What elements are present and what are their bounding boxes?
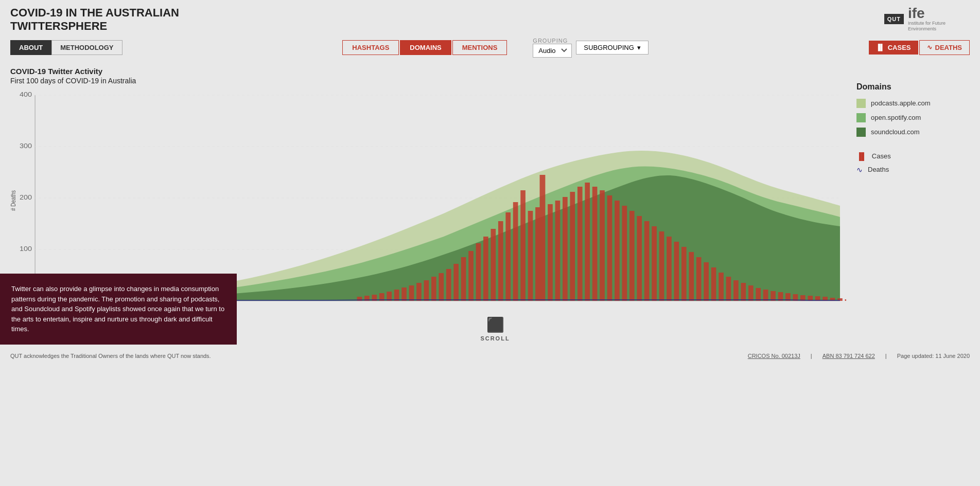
subgrouping-button[interactable]: SUBGROUPING ▾	[576, 41, 649, 55]
svg-rect-60	[704, 262, 709, 301]
svg-rect-44	[585, 183, 590, 301]
svg-rect-61	[711, 267, 716, 301]
title-line2: TWITTERSPHERE	[10, 20, 179, 33]
footer: QUT acknowledges the Traditional Owners …	[0, 350, 980, 362]
svg-rect-49	[622, 206, 627, 301]
mentions-button[interactable]: MENTIONS	[452, 40, 507, 55]
legend-item-3: soundcloud.com	[856, 128, 970, 137]
svg-rect-29	[476, 243, 481, 301]
svg-text:100: 100	[20, 245, 32, 253]
svg-rect-45	[592, 187, 598, 301]
svg-rect-54	[659, 231, 664, 301]
logo-ife: ife	[908, 6, 925, 21]
footer-abn[interactable]: ABN 83 791 724 622	[822, 353, 875, 359]
footer-acknowledgement: QUT acknowledges the Traditional Owners …	[10, 353, 211, 359]
domains-button[interactable]: DOMAINS	[400, 40, 451, 55]
bar-chart-icon: ▐▌	[876, 44, 885, 51]
svg-rect-41	[563, 197, 568, 301]
chevron-down-icon: ▾	[637, 44, 641, 51]
svg-rect-56	[674, 242, 679, 301]
logo: QUT ife Institute for Future Environment…	[884, 6, 970, 32]
svg-text:200: 200	[20, 194, 32, 201]
cases-button[interactable]: ▐▌ CASES	[869, 41, 918, 55]
legend-cases: ▐▌ Cases	[856, 152, 970, 160]
svg-rect-20	[409, 285, 414, 301]
svg-rect-28	[468, 251, 474, 301]
navbar: ABOUT METHODOLOGY HASHTAGS DOMAINS MENTI…	[0, 33, 980, 62]
svg-rect-63	[726, 277, 731, 301]
site-title: COVID-19 IN THE AUSTRALIAN TWITTERSPHERE	[10, 6, 179, 33]
legend-deaths: ∿ Deaths	[856, 166, 970, 174]
svg-text:400: 400	[20, 91, 32, 98]
svg-rect-33	[505, 212, 511, 301]
svg-rect-31	[491, 229, 496, 301]
svg-rect-79	[845, 299, 846, 301]
filter-buttons: HASHTAGS DOMAINS MENTIONS	[342, 40, 507, 55]
svg-rect-66	[748, 285, 754, 301]
svg-text:# Deaths: # Deaths	[10, 190, 16, 210]
legend-item-1: podcasts.apple.com	[856, 99, 970, 108]
svg-rect-42	[570, 192, 575, 301]
svg-rect-65	[741, 283, 746, 301]
svg-rect-32	[498, 221, 503, 301]
info-box: Twitter can also provide a glimpse into …	[0, 274, 237, 345]
scroll-mouse-icon: ⬛	[486, 316, 504, 333]
svg-rect-27	[461, 257, 466, 301]
svg-rect-58	[689, 252, 694, 301]
svg-rect-62	[719, 273, 724, 301]
footer-updated: Page updated: 11 June 2020	[897, 353, 970, 359]
legend-item-2: open.spotify.com	[856, 113, 970, 122]
svg-rect-51	[637, 216, 642, 301]
svg-text:300: 300	[20, 142, 32, 150]
svg-rect-55	[667, 237, 672, 301]
svg-rect-23	[431, 277, 436, 301]
svg-rect-21	[416, 283, 422, 301]
svg-rect-36	[528, 211, 533, 301]
chart-title: COVID-19 Twitter Activity	[10, 67, 846, 76]
svg-rect-24	[439, 273, 444, 301]
footer-links: CRICOS No. 00213J | ABN 83 791 724 622 |…	[748, 353, 970, 359]
grouping-section: GROUPING Audio SUBGROUPING ▾	[533, 38, 649, 58]
svg-rect-48	[615, 201, 620, 301]
svg-rect-68	[763, 290, 768, 301]
nav-left: ABOUT METHODOLOGY	[10, 40, 122, 55]
subgrouping-label: SUBGROUPING	[584, 44, 634, 51]
legend-title: Domains	[856, 82, 970, 92]
title-line1: COVID-19 IN THE AUSTRALIAN	[10, 6, 179, 20]
bottom-section: Twitter can also provide a glimpse into …	[0, 311, 980, 345]
scroll-label: SCROLL	[480, 335, 510, 341]
line-chart-icon: ∿	[927, 44, 932, 51]
about-button[interactable]: ABOUT	[10, 40, 51, 55]
svg-rect-69	[771, 291, 776, 301]
svg-rect-53	[652, 226, 657, 301]
svg-rect-22	[424, 280, 429, 301]
legend-color-1	[856, 99, 866, 108]
header: COVID-19 IN THE AUSTRALIAN TWITTERSPHERE…	[0, 0, 980, 33]
svg-rect-57	[681, 247, 687, 301]
svg-rect-25	[446, 269, 451, 301]
svg-rect-67	[756, 288, 761, 301]
svg-rect-19	[401, 287, 407, 301]
hashtags-button[interactable]: HASHTAGS	[342, 40, 399, 55]
legend-color-2	[856, 113, 866, 122]
footer-cricos[interactable]: CRICOS No. 00213J	[748, 353, 800, 359]
svg-rect-37	[535, 207, 540, 301]
legend-label-1: podcasts.apple.com	[871, 99, 931, 107]
grouping-label: GROUPING	[533, 38, 572, 44]
grouping-dropdown[interactable]: Audio	[533, 44, 572, 58]
svg-rect-64	[733, 280, 739, 301]
methodology-button[interactable]: METHODOLOGY	[51, 40, 122, 55]
svg-rect-52	[644, 221, 650, 301]
deaths-button[interactable]: ∿ DEATHS	[919, 40, 970, 55]
logo-box-text: QUT	[884, 14, 904, 24]
cases-deaths-toggle: ▐▌ CASES ∿ DEATHS	[869, 40, 970, 55]
legend-panel: Domains podcasts.apple.com open.spotify.…	[856, 67, 970, 311]
svg-rect-46	[600, 190, 605, 301]
footer-separator-1: |	[811, 353, 812, 359]
legend-cases-label: Cases	[872, 152, 891, 160]
svg-rect-40	[555, 201, 561, 301]
deaths-label: DEATHS	[935, 44, 962, 51]
logo-subtext: Institute for Future Environments	[908, 21, 970, 32]
svg-rect-34	[513, 202, 518, 301]
legend-color-3	[856, 128, 866, 137]
